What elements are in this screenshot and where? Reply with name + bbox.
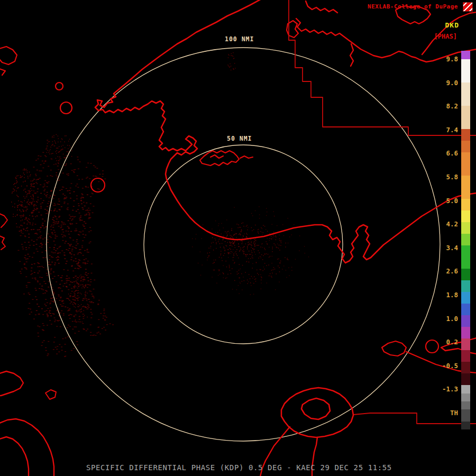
radar-echo-speckles bbox=[192, 206, 309, 295]
map-islet-nw-corner bbox=[0, 47, 17, 75]
range-ring-label-100nmi: 100 NMI bbox=[223, 35, 255, 43]
colorbar-segment bbox=[461, 83, 470, 106]
colorbar-segment bbox=[461, 422, 470, 429]
colorbar-segment bbox=[461, 393, 470, 401]
radar-echo-speckles bbox=[219, 233, 259, 256]
range-ring-label-50nmi: 50 NMI bbox=[225, 135, 254, 142]
colorbar-segment bbox=[461, 176, 470, 199]
colorbar-segment bbox=[461, 234, 470, 245]
map-islet-sw bbox=[45, 390, 56, 399]
map-coast-sw-1 bbox=[0, 371, 23, 396]
colorbar-scale bbox=[461, 51, 470, 429]
colorbar-segment bbox=[461, 129, 470, 141]
radar-echo-speckles bbox=[18, 140, 114, 357]
colorbar-segment bbox=[461, 269, 470, 280]
map-left-edge-marks bbox=[0, 214, 7, 250]
colorbar-segment bbox=[461, 222, 470, 234]
map-border-ne bbox=[289, 0, 476, 135]
colorbar-segment bbox=[461, 292, 470, 304]
radar-display: 100 NMI 50 NMI NEXLAB-College of DuPage … bbox=[0, 0, 476, 476]
colorbar-segment bbox=[461, 106, 470, 129]
map-border-se bbox=[353, 413, 476, 424]
map-islet-circle bbox=[60, 102, 72, 114]
map-island-e bbox=[382, 341, 406, 356]
range-ring-inner bbox=[144, 145, 343, 344]
colorbar-segment bbox=[461, 327, 470, 338]
radar-echo-speckles bbox=[227, 52, 235, 70]
colorbar-segment bbox=[461, 304, 470, 315]
colorbar-segment bbox=[461, 141, 470, 152]
colorbar-segment bbox=[461, 245, 470, 269]
status-bar: SPECIFIC DIFFERENTIAL PHASE (KDP) 0.5 DE… bbox=[86, 463, 392, 472]
product-units: [PHAS] bbox=[434, 33, 457, 40]
map-estuary-coast-east bbox=[300, 193, 476, 263]
map-bay-island bbox=[200, 151, 253, 166]
map-islet-circle bbox=[426, 340, 438, 353]
colorbar-segment bbox=[461, 152, 470, 176]
map-coast-nw bbox=[95, 0, 300, 240]
map-islet-circle bbox=[91, 178, 105, 192]
colorbar-segment bbox=[461, 385, 470, 393]
colorbar-segment bbox=[461, 362, 470, 373]
colorbar-segment bbox=[461, 315, 470, 327]
radar-echo-speckles bbox=[207, 223, 289, 284]
radar-map-canvas bbox=[0, 0, 476, 476]
colorbar-segment bbox=[461, 373, 470, 385]
product-code: DKD bbox=[445, 21, 459, 29]
colorbar-segment bbox=[461, 199, 470, 210]
colorbar-segment bbox=[461, 409, 470, 422]
cod-logo-icon bbox=[463, 2, 473, 12]
colorbar-segment bbox=[461, 59, 470, 83]
map-islet-circle bbox=[56, 83, 63, 90]
radar-echo-speckles bbox=[11, 169, 37, 234]
colorbar-segment bbox=[461, 51, 470, 59]
colorbar-segment bbox=[461, 401, 470, 409]
map-lake-south bbox=[281, 388, 353, 437]
colorbar-segment bbox=[461, 280, 470, 292]
map-coast-sw-2 bbox=[0, 419, 54, 476]
colorbar-segment bbox=[461, 338, 470, 350]
colorbar-segment bbox=[461, 350, 470, 362]
colorbar-segment bbox=[461, 210, 470, 222]
site-title: NEXLAB-College of DuPage bbox=[368, 3, 458, 10]
